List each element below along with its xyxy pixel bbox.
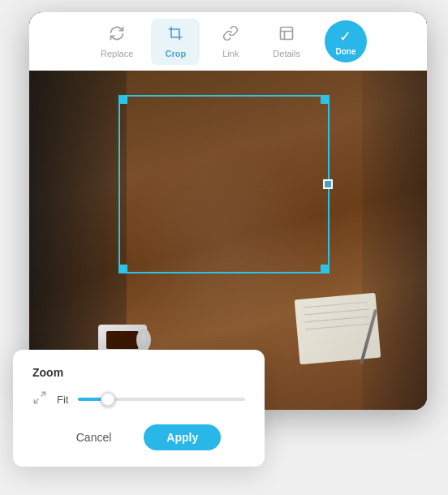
fit-icon [32,390,47,408]
crop-corner-tl[interactable] [119,96,127,104]
notebook-line-3 [304,316,369,323]
replace-icon [109,25,125,45]
notebook-line-2 [304,309,368,316]
zoom-panel: Zoom Fit Cancel Apply [13,350,265,467]
svg-rect-0 [281,27,293,39]
toolbar-item-crop[interactable]: Crop [151,19,200,65]
replace-label: Replace [101,49,133,58]
zoom-slider-track[interactable] [78,398,245,401]
crop-corner-br[interactable] [321,265,329,273]
link-label: Link [222,49,239,58]
scene: Replace Crop [13,12,435,483]
apply-button[interactable]: Apply [144,424,221,450]
svg-line-3 [41,392,45,396]
cancel-button[interactable]: Cancel [57,424,131,450]
toolbar-item-details[interactable]: Details [261,19,312,65]
crop-corner-tr[interactable] [321,96,329,104]
link-icon [222,25,239,45]
details-label: Details [273,49,300,58]
notebook-line-4 [305,324,370,330]
mug-handle [136,329,151,351]
zoom-fit-label: Fit [57,394,68,406]
crop-handle-mid-right[interactable] [323,179,333,189]
zoom-slider-thumb[interactable] [101,392,115,407]
toolbar-item-replace[interactable]: Replace [89,19,144,65]
notebook-lines [304,302,371,337]
notebook-line-1 [304,302,368,308]
bg-dark-right [362,71,427,410]
zoom-title: Zoom [32,366,245,379]
toolbar-item-link[interactable]: Link [206,19,255,65]
zoom-actions: Cancel Apply [32,424,245,450]
mug-coffee [106,331,139,349]
done-label: Done [335,47,355,56]
crop-corner-bl[interactable] [119,265,127,273]
done-button[interactable]: ✓ Done [325,20,367,62]
crop-overlay[interactable] [118,95,330,273]
details-icon [278,25,295,45]
svg-line-4 [34,399,38,403]
check-icon: ✓ [339,28,351,45]
crop-label: Crop [166,49,187,58]
toolbar: Replace Crop [29,12,427,71]
notebook [295,293,381,364]
zoom-row: Fit [32,390,245,408]
crop-icon [167,25,183,45]
